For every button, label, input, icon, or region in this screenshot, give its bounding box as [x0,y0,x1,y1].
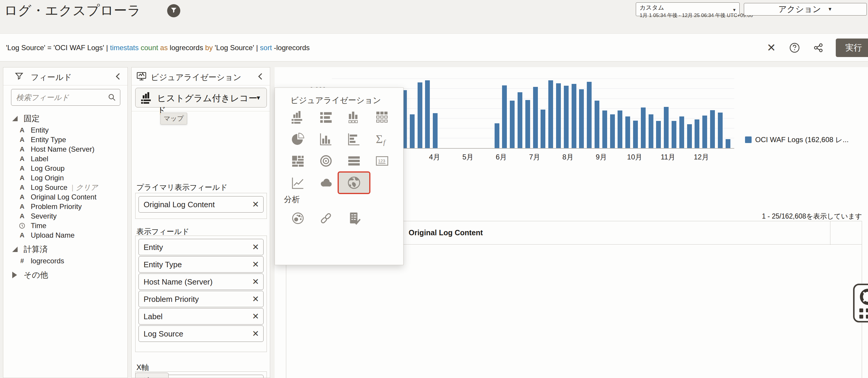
histogram-bar[interactable] [618,111,622,148]
histogram-bar[interactable] [495,123,499,148]
histogram-bar[interactable] [649,114,653,148]
histogram-bar[interactable] [633,121,638,148]
share-icon[interactable] [812,41,825,54]
help-icon[interactable] [788,41,801,54]
histogram-bar[interactable] [548,80,553,148]
histogram-bar[interactable] [664,107,669,148]
histogram-bar[interactable] [425,80,430,148]
display-field-chip[interactable]: Host Name (Server)✕ [138,273,264,290]
histogram-bar[interactable] [502,85,507,148]
remove-field-icon[interactable]: ✕ [252,242,259,252]
remove-field-icon[interactable]: ✕ [252,277,259,287]
remove-field-icon[interactable]: ✕ [252,312,259,321]
clear-filter-link[interactable]: |クリア [72,183,98,192]
run-button[interactable]: 実行 [836,38,868,57]
histogram-bar[interactable] [525,100,530,148]
histogram-bar[interactable] [656,121,661,148]
chart-legend[interactable]: OCI WAF Logs (162,608 レ... [745,135,848,145]
display-field-chip[interactable]: Entity✕ [138,239,264,255]
field-item[interactable]: AProblem Priority [3,202,127,211]
search-fields-input[interactable] [11,89,120,106]
field-item[interactable]: AOriginal Log Content [3,192,127,202]
line-chart-icon[interactable] [289,174,306,191]
column-header-original-log-content[interactable]: Original Log Content [409,228,483,237]
records-icon[interactable] [374,109,391,126]
summary-table-icon[interactable]: Σf [374,131,391,147]
remove-field-icon[interactable]: ✕ [252,199,259,209]
histogram-bar[interactable] [410,114,414,148]
display-field-chip[interactable]: Problem Priority✕ [138,291,264,307]
display-field-chip[interactable]: Log Source✕ [138,325,264,342]
histogram-bar[interactable] [518,92,522,148]
field-item[interactable]: ASeverity [3,211,127,221]
histogram-bar[interactable] [710,110,715,148]
histogram-bar[interactable] [672,121,676,148]
histogram-bar[interactable] [510,100,515,148]
time-range-picker[interactable]: カスタム 1月 1 05:34 午後 - 12月 25 06:34 午後 UTC… [636,2,740,16]
display-field-chip[interactable]: Label✕ [138,308,264,325]
field-item[interactable]: ALog Source|クリア [3,183,127,192]
remove-field-icon[interactable]: ✕ [252,294,259,304]
section-header[interactable]: 固定 [3,112,127,125]
query-text[interactable]: 'Log Source' = 'OCI WAF Logs' | timestat… [6,34,310,62]
field-item[interactable]: #logrecords [3,256,127,266]
histogram-bar[interactable] [725,139,731,148]
filter-badge[interactable] [167,4,180,17]
display-field-chip[interactable]: Entity Type✕ [138,256,264,272]
treemap-icon[interactable] [289,152,306,169]
query-bar[interactable]: 'Log Source' = 'OCI WAF Logs' | timestat… [0,33,868,61]
histogram-bar[interactable] [417,82,422,148]
pie-chart-icon[interactable] [289,131,306,147]
histogram-bar[interactable] [694,119,700,148]
histogram-bar[interactable] [625,116,630,148]
map-icon[interactable] [339,173,369,193]
histogram-bar[interactable] [595,100,599,148]
section-header[interactable]: 計算済 [3,242,127,256]
histogram-bar[interactable] [556,83,561,148]
histogram-bar[interactable] [564,86,569,148]
histogram-bar[interactable] [610,114,615,148]
horizontal-stacked-bar-icon[interactable] [346,152,362,169]
viz-type-dropdown[interactable]: ヒストグラム付きレコード ▼ [135,88,267,108]
bar-chart-icon[interactable] [318,131,334,147]
histogram-bar[interactable] [571,84,577,148]
histogram-bar[interactable] [702,116,707,148]
clear-query-button[interactable]: ✕ [765,41,778,54]
histogram-icon[interactable] [346,109,362,126]
field-item[interactable]: ALabel [3,154,127,164]
remove-field-icon[interactable]: ✕ [252,329,259,339]
summarize-icon[interactable] [346,210,362,227]
field-item[interactable]: ALog Group [3,164,127,173]
histogram-bar[interactable] [602,111,607,148]
help-widget[interactable] [853,284,868,322]
histogram-bar[interactable] [641,108,646,148]
field-item[interactable]: Time [3,221,127,231]
records-with-histogram-icon[interactable] [289,109,306,126]
histogram-bar[interactable] [533,87,538,148]
horizontal-bar-chart-icon[interactable] [346,131,362,147]
histogram-bar[interactable] [587,82,592,148]
primary-field-chip[interactable]: Original Log Content ✕ [138,196,264,212]
cluster-icon[interactable] [289,210,306,227]
histogram-bar[interactable] [718,113,723,148]
collapse-panel-icon[interactable] [113,72,123,81]
histogram-bar[interactable] [540,110,545,148]
section-header[interactable]: その他 [3,268,127,282]
histogram-bar[interactable] [687,124,692,148]
number-icon[interactable]: 123 [374,152,391,169]
apply-button[interactable]: 適用 [135,373,168,378]
word-cloud-icon[interactable] [318,174,334,191]
field-item[interactable]: AHost Name (Server) [3,145,127,154]
histogram-bar[interactable] [433,113,438,148]
field-item[interactable]: AUpload Name [3,231,127,240]
collapse-panel-icon[interactable] [255,72,265,81]
table-icon[interactable] [318,109,334,126]
actions-button[interactable]: アクション ▼ [744,3,867,16]
target-icon[interactable] [318,152,334,169]
link-icon[interactable] [318,210,334,227]
field-item[interactable]: AEntity Type [3,135,127,145]
histogram-bar[interactable] [679,116,684,148]
histogram-bar[interactable] [579,89,584,148]
field-item[interactable]: ALog Origin [3,173,127,183]
remove-field-icon[interactable]: ✕ [252,259,259,269]
